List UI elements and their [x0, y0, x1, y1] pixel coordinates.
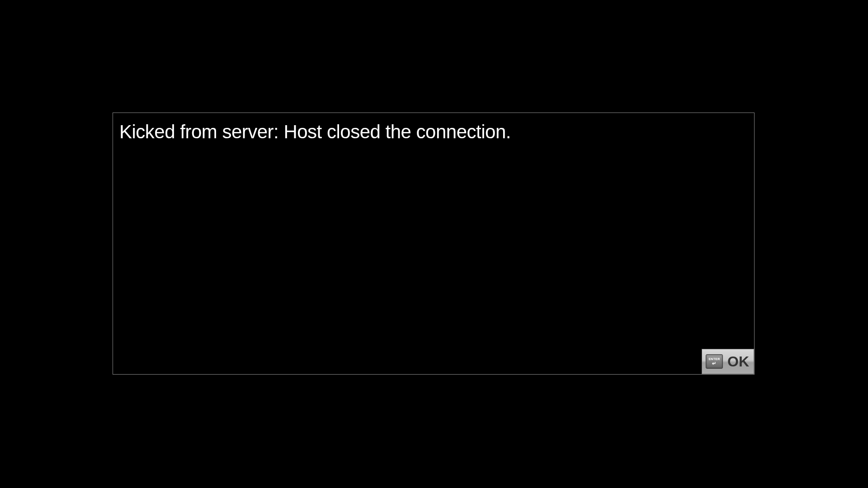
ok-button[interactable]: ENTER ↵ OK [702, 349, 754, 374]
dialog-message: Kicked from server: Host closed the conn… [113, 113, 754, 151]
ok-button-label: OK [727, 353, 749, 370]
enter-key-icon: ENTER ↵ [706, 354, 723, 369]
dialog-box: Kicked from server: Host closed the conn… [113, 113, 755, 375]
